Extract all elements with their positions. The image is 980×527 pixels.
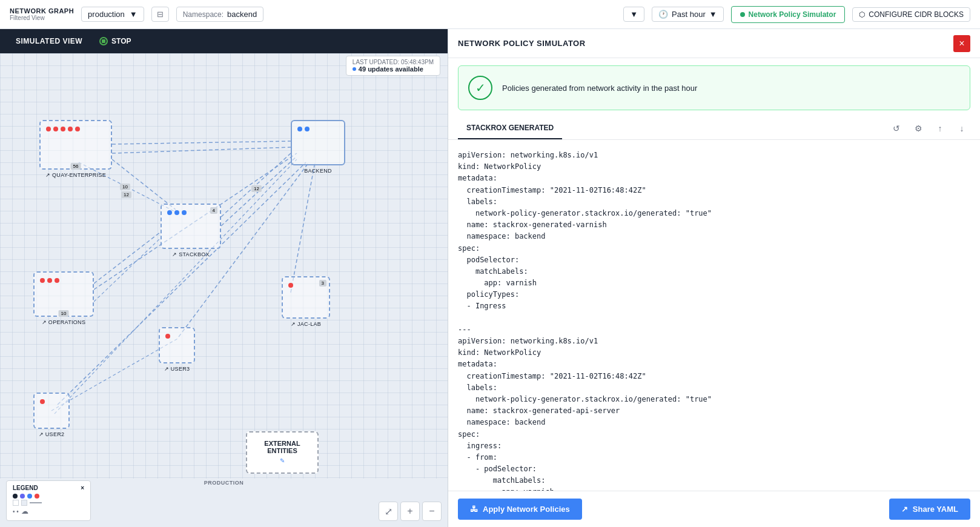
app-title: NETWORK GRAPH (10, 7, 74, 15)
time-range-dropdown[interactable]: 🕐 Past hour ▼ (652, 7, 724, 22)
share-label: Share YAML (913, 505, 958, 514)
node-dot (288, 283, 293, 288)
legend-dots-icon: • • (13, 508, 19, 515)
node-dot (40, 399, 45, 404)
last-updated: LAST UPDATED: 05:48:43PM (353, 59, 434, 65)
legend-row-squares (13, 500, 84, 506)
node-quay-enterprise[interactable]: 56 ↗ QUAY-ENTERPRISE (39, 120, 112, 170)
namespace-label: Namespace: (183, 10, 223, 19)
network-policy-simulator-button[interactable]: Network Policy Simulator (731, 6, 846, 23)
node-label-quay: ↗ QUAY-ENTERPRISE (41, 172, 111, 178)
legend-box: LEGEND × • • ☁ (6, 480, 91, 521)
edit-icon: ✎ (280, 457, 285, 464)
chevron-down-icon: ▼ (630, 10, 638, 19)
more-options-dropdown[interactable]: ▼ (623, 7, 644, 22)
download-button[interactable]: ↓ (953, 120, 970, 137)
yaml-content[interactable]: apiVersion: networking.k8s.io/v1 kind: N… (448, 140, 980, 491)
sim-panel-header: NETWORK POLICY SIMULATOR × (448, 29, 980, 58)
svg-line-1 (112, 147, 291, 153)
node-dot (47, 278, 52, 283)
graph-panel: SIMULATED VIEW STOP LAST UPDATED: 05:48:… (0, 29, 448, 527)
legend-title: LEGEND × (13, 485, 84, 491)
sim-bar: SIMULATED VIEW STOP (0, 29, 448, 53)
node-dot (167, 210, 172, 215)
zoom-in-button[interactable]: + (400, 502, 420, 521)
fit-view-button[interactable]: ⤢ (379, 502, 398, 521)
node-dot (61, 127, 65, 131)
upload-button[interactable]: ↑ (932, 120, 949, 137)
legend-label: LEGEND (13, 485, 38, 491)
cube-icon: ⬡ (859, 10, 865, 19)
badge-12b: 12 (251, 185, 262, 192)
legend-dot-red (35, 494, 39, 499)
node-user3[interactable]: ↗ USER3 (159, 327, 195, 363)
node-dot (165, 334, 170, 339)
graph-controls: ⤢ + − (379, 502, 442, 521)
node-stackbox[interactable]: 4 ↗ STACKBOX (161, 204, 221, 249)
node-label-jaclab: ↗ JAC-LAB (283, 321, 329, 327)
filter-icon: ⊟ (157, 10, 164, 19)
settings-button[interactable]: ⚙ (910, 120, 927, 137)
node-dot (174, 210, 179, 215)
update-dot (353, 67, 356, 71)
share-yaml-button[interactable]: ↗ Share YAML (889, 499, 970, 520)
action-bar: 🖧 Apply Network Policies ↗ Share YAML (448, 491, 980, 527)
sim-btn-label: Network Policy Simulator (749, 10, 836, 19)
badge-10: 10 (120, 184, 130, 190)
app-subtitle: Filtered View (10, 15, 74, 21)
badge-12: 12 (121, 191, 131, 198)
node-operations[interactable]: 10 ↗ OPERATIONS (33, 271, 94, 317)
node-dot (68, 127, 73, 131)
environment-value: production (88, 10, 125, 19)
update-banner: LAST UPDATED: 05:48:43PM 49 updates avai… (346, 56, 440, 76)
node-dot (46, 127, 51, 131)
simulator-panel: NETWORK POLICY SIMULATOR × ✓ Policies ge… (448, 29, 980, 527)
legend-row-icons: • • ☁ (13, 507, 84, 515)
node-label-user3: ↗ USER3 (160, 366, 194, 372)
node-label-user2: ↗ USER2 (35, 431, 68, 437)
sim-view-label: SIMULATED VIEW (16, 37, 82, 45)
configure-label: CONFIGURE CIDR BLOCKS (869, 10, 964, 19)
external-entities[interactable]: EXTERNALENTITIES ✎ (246, 431, 319, 474)
simulated-view-button[interactable]: SIMULATED VIEW (7, 33, 91, 49)
legend-dash (30, 502, 42, 503)
external-entities-label: EXTERNALENTITIES (253, 440, 311, 454)
legend-square-empty (13, 500, 19, 506)
tab-stackrox-generated[interactable]: STACKROX GENERATED (458, 118, 562, 139)
filter-button[interactable]: ⊟ (151, 7, 169, 22)
header: NETWORK GRAPH Filtered View production ▼… (0, 0, 980, 29)
refresh-button[interactable]: ↺ (888, 120, 905, 137)
namespace-value: backend (227, 10, 257, 19)
main-area: SIMULATED VIEW STOP LAST UPDATED: 05:48:… (0, 29, 980, 527)
node-label-stackbox: ↗ STACKBOX (162, 251, 220, 257)
node-dot (182, 210, 187, 215)
sim-panel-title: NETWORK POLICY SIMULATOR (458, 39, 586, 48)
apply-label: Apply Network Policies (483, 505, 570, 514)
stop-label: STOP (111, 37, 131, 45)
zoom-out-button[interactable]: − (422, 502, 442, 521)
close-panel-button[interactable]: × (953, 35, 970, 52)
graph-canvas[interactable]: LAST UPDATED: 05:48:43PM 49 updates avai… (0, 53, 448, 479)
tabs: STACKROX GENERATED ↺ ⚙ ↑ ↓ (448, 118, 980, 140)
legend-cloud-icon: ☁ (21, 507, 28, 515)
success-text: Policies generated from network activity… (502, 84, 697, 93)
stop-button[interactable]: STOP (91, 33, 139, 49)
environment-dropdown[interactable]: production ▼ (81, 7, 144, 22)
node-dot (297, 127, 302, 131)
node-user2[interactable]: ↗ USER2 (33, 393, 70, 429)
apply-network-policies-button[interactable]: 🖧 Apply Network Policies (458, 499, 582, 520)
legend-close[interactable]: × (81, 485, 84, 491)
yaml-text: apiVersion: networking.k8s.io/v1 kind: N… (458, 150, 970, 491)
time-label: Past hour (672, 10, 706, 19)
node-jac-lab[interactable]: 3 ↗ JAC-LAB (282, 276, 330, 319)
tab-actions: ↺ ⚙ ↑ ↓ (888, 120, 970, 137)
clock-icon: 🕐 (658, 10, 668, 19)
node-dot (55, 278, 59, 283)
tab-label: STACKROX GENERATED (466, 124, 554, 132)
production-label: PRODUCTION (204, 480, 244, 486)
configure-cidr-button[interactable]: ⬡ CONFIGURE CIDR BLOCKS (852, 7, 970, 22)
node-backend[interactable]: BACKEND (291, 120, 345, 165)
updates-label: 49 updates available (359, 65, 423, 73)
stop-icon (99, 37, 108, 45)
node-dot (305, 127, 310, 131)
